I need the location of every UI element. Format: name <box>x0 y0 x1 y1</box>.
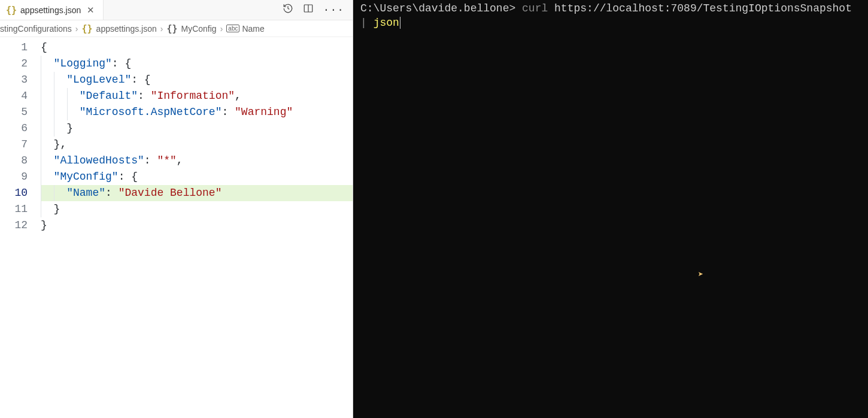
history-icon[interactable] <box>283 3 293 17</box>
code-line[interactable]: "AllowedHosts": "*", <box>41 153 353 169</box>
chevron-right-icon: › <box>75 24 78 34</box>
code-line[interactable]: "Logging": { <box>41 56 353 72</box>
tab-bar: {} appsettings.json ✕ ··· <box>0 0 353 20</box>
terminal[interactable]: C:\Users\davide.bellone> curl https://lo… <box>353 0 868 418</box>
json-file-icon: {} <box>6 5 17 16</box>
close-icon[interactable]: ✕ <box>84 5 97 16</box>
more-actions-icon[interactable]: ··· <box>323 4 344 16</box>
code-line[interactable]: "Microsoft.AspNetCore": "Warning" <box>41 104 353 120</box>
split-editor-icon[interactable] <box>303 3 314 17</box>
code-line[interactable]: { <box>41 40 353 56</box>
terminal-cursor <box>400 17 400 29</box>
string-prop-icon: abc <box>226 25 239 32</box>
line-number-gutter: 1 2 3 4 5 6 7 8 9 10 11 12 <box>0 37 41 418</box>
code-line[interactable]: "LogLevel": { <box>41 72 353 88</box>
object-icon: {} <box>166 23 177 34</box>
editor-pane: {} appsettings.json ✕ ··· stingConfigura… <box>0 0 353 418</box>
code-line[interactable]: "Name": "Davide Bellone" <box>41 185 353 201</box>
tab-appsettings[interactable]: {} appsettings.json ✕ <box>0 0 104 20</box>
json-file-icon: {} <box>82 23 93 34</box>
code-line[interactable]: } <box>41 201 353 217</box>
breadcrumb-seg-myconfig[interactable]: MyConfig <box>181 24 217 34</box>
terminal-prompt: C:\Users\davide.bellone> <box>360 2 522 14</box>
chevron-right-icon: › <box>160 24 163 34</box>
breadcrumb-seg-name[interactable]: abc Name <box>226 24 264 34</box>
tab-actions: ··· <box>283 3 353 17</box>
chevron-right-icon: › <box>220 24 223 34</box>
breadcrumb-seg-file[interactable]: appsettings.json <box>96 24 157 34</box>
breadcrumb[interactable]: stingConfigurations › {} appsettings.jso… <box>0 20 353 37</box>
code-line[interactable]: } <box>41 120 353 137</box>
code-editor[interactable]: 1 2 3 4 5 6 7 8 9 10 11 12 { "Logging": … <box>0 37 353 418</box>
code-line[interactable]: }, <box>41 137 353 153</box>
breadcrumb-seg-folder[interactable]: stingConfigurations <box>0 24 72 34</box>
code-line[interactable]: "MyConfig": { <box>41 169 353 185</box>
tab-filename: appsettings.json <box>20 5 81 15</box>
code-content[interactable]: { "Logging": { "LogLevel": { "Default": … <box>41 37 353 418</box>
code-line[interactable]: } <box>41 217 353 234</box>
terminal-command: curl <box>522 2 548 14</box>
mouse-cursor-icon: ➤ <box>698 268 703 283</box>
code-line[interactable]: "Default": "Information", <box>41 88 353 104</box>
